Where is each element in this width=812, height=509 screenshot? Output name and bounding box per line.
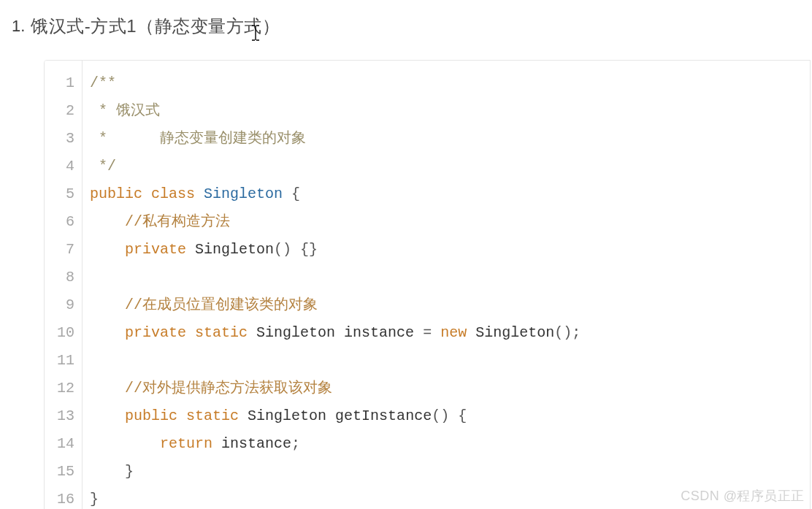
code-token: } <box>90 491 99 508</box>
code-token: { <box>291 185 300 202</box>
code-token: static <box>195 324 248 341</box>
line-number: 8 <box>45 264 82 291</box>
line-number: 1 <box>45 69 82 97</box>
code-table: 12345678910111213141516 /** * 饿汉式 * 静态变量… <box>45 61 810 509</box>
list-number: 1. <box>12 13 25 39</box>
code-line: * 饿汉式 <box>90 97 810 125</box>
line-number: 3 <box>45 125 82 153</box>
heading-row: 1. 饿汉式-方式1（静态变量方式） <box>0 0 812 39</box>
code-token <box>142 185 151 202</box>
code-token <box>291 241 300 258</box>
code-area: /** * 饿汉式 * 静态变量创建类的对象 */public class Si… <box>83 61 810 509</box>
line-number: 15 <box>45 458 82 486</box>
code-token: /** <box>90 74 116 91</box>
code-token <box>195 185 204 202</box>
code-token <box>90 213 125 230</box>
code-token <box>212 435 221 452</box>
code-token: //对外提供静态方法获取该对象 <box>125 380 332 397</box>
code-token: Singleton <box>475 324 554 341</box>
line-number: 9 <box>45 291 82 319</box>
code-token <box>414 324 423 341</box>
code-token <box>90 407 125 424</box>
line-number: 6 <box>45 208 82 236</box>
code-block: 12345678910111213141516 /** * 饿汉式 * 静态变量… <box>44 60 811 509</box>
code-token: () <box>432 407 449 424</box>
code-token: * 静态变量创建类的对象 <box>90 130 306 147</box>
code-line: private Singleton() {} <box>90 236 810 264</box>
code-token <box>186 324 195 341</box>
code-token: * 饿汉式 <box>90 102 160 119</box>
code-token: instance <box>221 435 291 452</box>
code-token <box>90 435 160 452</box>
code-line: public static Singleton getInstance() { <box>90 402 810 430</box>
code-token: = <box>423 324 432 341</box>
code-token <box>186 241 195 258</box>
heading-title: 饿汉式-方式1（静态变量方式） <box>31 13 280 39</box>
code-token: ; <box>291 435 300 452</box>
line-number: 11 <box>45 347 82 375</box>
code-token: getInstance <box>335 407 432 424</box>
line-number: 7 <box>45 236 82 264</box>
code-line: return instance; <box>90 430 810 458</box>
code-token <box>90 241 125 258</box>
code-token: private <box>125 241 186 258</box>
code-line <box>90 347 810 375</box>
code-token <box>248 324 256 341</box>
code-line: private static Singleton instance = new … <box>90 319 810 347</box>
code-token: Singleton instance <box>256 324 414 341</box>
code-token: //私有构造方法 <box>125 213 230 230</box>
code-token <box>449 407 458 424</box>
line-number: 10 <box>45 319 82 347</box>
code-token: public <box>125 407 177 424</box>
code-token: static <box>186 407 239 424</box>
line-number: 16 <box>45 486 82 509</box>
code-token: class <box>151 185 195 202</box>
code-token <box>283 185 291 202</box>
code-token <box>90 380 125 397</box>
line-number: 2 <box>45 97 82 125</box>
code-token: {} <box>300 241 318 258</box>
code-token: } <box>125 463 134 480</box>
code-line <box>90 264 810 291</box>
line-number: 4 <box>45 153 82 180</box>
line-number: 13 <box>45 402 82 430</box>
code-line: * 静态变量创建类的对象 <box>90 125 810 153</box>
code-token: (); <box>554 324 581 341</box>
code-line: //私有构造方法 <box>90 208 810 236</box>
code-token <box>177 407 186 424</box>
code-token <box>90 463 125 480</box>
code-line: */ <box>90 153 810 180</box>
code-line: } <box>90 458 810 486</box>
line-number: 12 <box>45 375 82 402</box>
code-line: //对外提供静态方法获取该对象 <box>90 375 810 402</box>
code-token: */ <box>90 158 116 175</box>
code-token: new <box>440 324 467 341</box>
code-token <box>90 296 125 313</box>
code-token: Singleton <box>248 407 335 424</box>
code-token <box>239 407 248 424</box>
code-token: () <box>274 241 291 258</box>
code-token <box>432 324 440 341</box>
code-line: /** <box>90 69 810 97</box>
code-line: //在成员位置创建该类的对象 <box>90 291 810 319</box>
code-token: Singleton <box>195 241 274 258</box>
code-token <box>90 324 125 341</box>
code-line: } <box>90 486 810 509</box>
line-number-gutter: 12345678910111213141516 <box>45 61 83 509</box>
code-token: { <box>458 407 467 424</box>
code-token: private <box>125 324 186 341</box>
code-token: return <box>160 435 212 452</box>
code-token: //在成员位置创建该类的对象 <box>125 296 318 313</box>
code-line: public class Singleton { <box>90 180 810 208</box>
code-token: public <box>90 185 142 202</box>
line-number: 5 <box>45 180 82 208</box>
line-number: 14 <box>45 430 82 458</box>
code-token: Singleton <box>204 185 283 202</box>
code-token <box>467 324 475 341</box>
